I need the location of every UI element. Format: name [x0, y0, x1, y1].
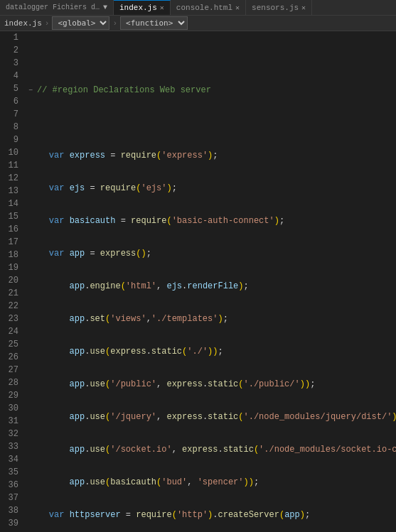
tab-bar: datalogger Fichiers de contenu JavaSc ▼ … [0, 0, 396, 16]
code-line-6: var basicauth = require('basic-auth-conn… [28, 215, 396, 227]
code-line-13: app.use('/socket.io', express.static('./… [28, 443, 396, 456]
tab-index[interactable]: index.js ✕ [114, 0, 171, 16]
line-numbers: 1 2 3 4 5 6 7 8 9 10 11 12 13 14 15 16 1… [0, 31, 23, 532]
code-line-12: app.use('/jquery', express.static('./nod… [28, 411, 396, 423]
scope-function-dropdown[interactable]: <function> [120, 16, 188, 30]
breadcrumb-bar: index.js › <global> › <function> [0, 16, 396, 31]
tab-console[interactable]: console.html ✕ [171, 0, 246, 16]
tab-sensors[interactable]: sensors.js ✕ [246, 0, 312, 16]
code-line-14: app.use(basicauth('bud', 'spencer')); [28, 476, 396, 489]
code-line-1 [28, 51, 396, 64]
close-tab-icon[interactable]: ✕ [160, 4, 164, 12]
code-text[interactable]: // #region Declarations Web server var e… [23, 31, 396, 532]
tab-datalogger[interactable]: datalogger Fichiers de contenu JavaSc ▼ [0, 0, 114, 16]
fold-region-2[interactable] [28, 85, 36, 97]
breadcrumb-file: index.js [4, 19, 42, 28]
code-line-15: var httpserver = require('http').createS… [28, 509, 396, 521]
code-line-10: app.use(express.static('./')); [28, 345, 396, 358]
close-tab-icon[interactable]: ✕ [235, 4, 240, 12]
close-tab-icon[interactable]: ✕ [301, 4, 306, 12]
scope-global-dropdown[interactable]: <global> [52, 16, 109, 30]
code-line-3 [28, 116, 396, 129]
code-editor: 1 2 3 4 5 6 7 8 9 10 11 12 13 14 15 16 1… [0, 31, 396, 532]
code-line-9: app.set('views','./templates'); [28, 313, 396, 325]
code-line-4: var express = require('express'); [28, 149, 396, 162]
code-line-7: var app = express(); [28, 247, 396, 260]
code-line-11: app.use('/public', express.static('./pub… [28, 378, 396, 391]
code-line-5: var ejs = require('ejs'); [28, 182, 396, 195]
code-line-2: // #region Declarations Web server [28, 84, 396, 97]
code-line-8: app.engine('html', ejs.renderFile); [28, 280, 396, 293]
